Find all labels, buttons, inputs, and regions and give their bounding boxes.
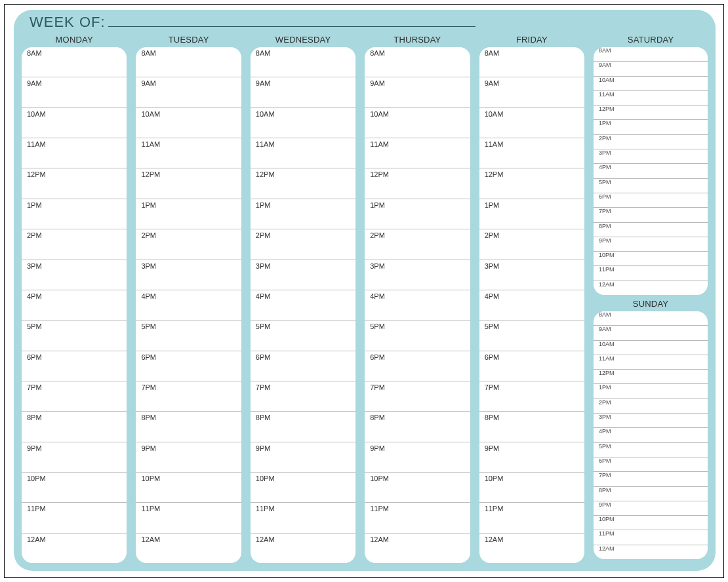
time-slot[interactable]: 2PM xyxy=(22,229,127,259)
time-slot[interactable]: 3PM xyxy=(479,260,584,290)
time-slot[interactable]: 12PM xyxy=(365,168,470,198)
time-slot[interactable]: 6PM xyxy=(22,351,127,381)
time-slot[interactable]: 8AM xyxy=(136,47,241,77)
time-slot[interactable]: 11AM xyxy=(251,138,355,168)
time-slot[interactable]: 11AM xyxy=(594,355,708,369)
time-slot[interactable]: 9PM xyxy=(594,237,708,251)
time-slot[interactable]: 2PM xyxy=(594,398,708,413)
time-slot[interactable]: 8PM xyxy=(136,411,241,441)
day-box-wednesday[interactable]: 8AM 9AM 10AM 11AM 12PM 1PM 2PM 3PM 4PM 5… xyxy=(251,47,355,563)
time-slot[interactable]: 3PM xyxy=(22,260,127,290)
time-slot[interactable]: 10PM xyxy=(594,515,708,530)
time-slot[interactable]: 10AM xyxy=(22,107,127,138)
time-slot[interactable]: 9PM xyxy=(365,442,470,472)
time-slot[interactable]: 7PM xyxy=(136,381,241,411)
time-slot[interactable]: 11PM xyxy=(365,502,470,532)
time-slot[interactable]: 11AM xyxy=(594,90,708,105)
time-slot[interactable]: 10PM xyxy=(479,472,584,502)
time-slot[interactable]: 8PM xyxy=(594,222,708,237)
time-slot[interactable]: 6PM xyxy=(594,193,708,207)
time-slot[interactable]: 11PM xyxy=(479,502,584,532)
time-slot[interactable]: 1PM xyxy=(22,199,127,229)
time-slot[interactable]: 1PM xyxy=(479,199,584,229)
time-slot[interactable]: 11AM xyxy=(479,138,584,168)
day-box-friday[interactable]: 8AM 9AM 10AM 11AM 12PM 1PM 2PM 3PM 4PM 5… xyxy=(479,47,584,563)
time-slot[interactable]: 10AM xyxy=(479,107,584,138)
time-slot[interactable]: 1PM xyxy=(251,199,355,229)
time-slot[interactable]: 6PM xyxy=(594,457,708,471)
time-slot[interactable]: 10PM xyxy=(136,472,241,502)
time-slot[interactable]: 5PM xyxy=(136,320,241,350)
time-slot[interactable]: 10AM xyxy=(594,340,708,355)
day-box-thursday[interactable]: 8AM 9AM 10AM 11AM 12PM 1PM 2PM 3PM 4PM 5… xyxy=(365,47,470,563)
time-slot[interactable]: 10PM xyxy=(365,472,470,502)
time-slot[interactable]: 12AM xyxy=(594,281,708,295)
time-slot[interactable]: 9PM xyxy=(22,442,127,472)
time-slot[interactable]: 11PM xyxy=(22,502,127,532)
time-slot[interactable]: 7PM xyxy=(479,381,584,411)
time-slot[interactable]: 8AM xyxy=(594,311,708,325)
time-slot[interactable]: 11PM xyxy=(251,502,355,532)
time-slot[interactable]: 12PM xyxy=(479,168,584,198)
time-slot[interactable]: 11PM xyxy=(136,502,241,532)
time-slot[interactable]: 11AM xyxy=(365,138,470,168)
time-slot[interactable]: 3PM xyxy=(251,260,355,290)
time-slot[interactable]: 11AM xyxy=(136,138,241,168)
time-slot[interactable]: 8PM xyxy=(365,411,470,441)
time-slot[interactable]: 10PM xyxy=(594,251,708,265)
time-slot[interactable]: 2PM xyxy=(594,134,708,149)
time-slot[interactable]: 4PM xyxy=(22,290,127,320)
time-slot[interactable]: 11PM xyxy=(594,530,708,544)
time-slot[interactable]: 6PM xyxy=(479,351,584,381)
time-slot[interactable]: 7PM xyxy=(594,207,708,222)
time-slot[interactable]: 12PM xyxy=(594,105,708,119)
time-slot[interactable]: 5PM xyxy=(22,320,127,350)
time-slot[interactable]: 4PM xyxy=(479,290,584,320)
time-slot[interactable]: 3PM xyxy=(594,413,708,427)
time-slot[interactable]: 12AM xyxy=(594,545,708,559)
time-slot[interactable]: 9AM xyxy=(594,61,708,75)
time-slot[interactable]: 10AM xyxy=(251,107,355,138)
time-slot[interactable]: 6PM xyxy=(136,351,241,381)
time-slot[interactable]: 9PM xyxy=(479,442,584,472)
time-slot[interactable]: 8AM xyxy=(22,47,127,77)
time-slot[interactable]: 2PM xyxy=(251,229,355,259)
time-slot[interactable]: 9PM xyxy=(136,442,241,472)
time-slot[interactable]: 3PM xyxy=(365,260,470,290)
time-slot[interactable]: 5PM xyxy=(251,320,355,350)
time-slot[interactable]: 8AM xyxy=(251,47,355,77)
time-slot[interactable]: 8AM xyxy=(594,47,708,61)
time-slot[interactable]: 1PM xyxy=(594,383,708,398)
time-slot[interactable]: 7PM xyxy=(22,381,127,411)
time-slot[interactable]: 11AM xyxy=(22,138,127,168)
time-slot[interactable]: 11PM xyxy=(594,265,708,280)
time-slot[interactable]: 12AM xyxy=(479,533,584,563)
time-slot[interactable]: 12AM xyxy=(136,533,241,563)
time-slot[interactable]: 8PM xyxy=(251,411,355,441)
time-slot[interactable]: 9AM xyxy=(479,77,584,107)
time-slot[interactable]: 4PM xyxy=(365,290,470,320)
time-slot[interactable]: 4PM xyxy=(594,427,708,442)
day-box-sunday[interactable]: 8AM 9AM 10AM 11AM 12PM 1PM 2PM 3PM 4PM 5… xyxy=(594,311,708,559)
time-slot[interactable]: 4PM xyxy=(136,290,241,320)
time-slot[interactable]: 1PM xyxy=(136,199,241,229)
time-slot[interactable]: 1PM xyxy=(365,199,470,229)
time-slot[interactable]: 9AM xyxy=(594,325,708,340)
week-of-underline[interactable] xyxy=(108,15,475,27)
time-slot[interactable]: 9AM xyxy=(136,77,241,107)
time-slot[interactable]: 5PM xyxy=(594,178,708,193)
time-slot[interactable]: 12AM xyxy=(365,533,470,563)
time-slot[interactable]: 12PM xyxy=(22,168,127,198)
day-box-monday[interactable]: 8AM 9AM 10AM 11AM 12PM 1PM 2PM 3PM 4PM 5… xyxy=(22,47,127,563)
time-slot[interactable]: 8PM xyxy=(479,411,584,441)
time-slot[interactable]: 10AM xyxy=(365,107,470,138)
time-slot[interactable]: 12AM xyxy=(251,533,355,563)
time-slot[interactable]: 2PM xyxy=(136,229,241,259)
time-slot[interactable]: 12PM xyxy=(251,168,355,198)
day-box-saturday[interactable]: 8AM 9AM 10AM 11AM 12PM 1PM 2PM 3PM 4PM 5… xyxy=(594,47,708,295)
time-slot[interactable]: 4PM xyxy=(594,163,708,178)
time-slot[interactable]: 1PM xyxy=(594,119,708,134)
time-slot[interactable]: 9AM xyxy=(365,77,470,107)
time-slot[interactable]: 9PM xyxy=(251,442,355,472)
time-slot[interactable]: 2PM xyxy=(365,229,470,259)
